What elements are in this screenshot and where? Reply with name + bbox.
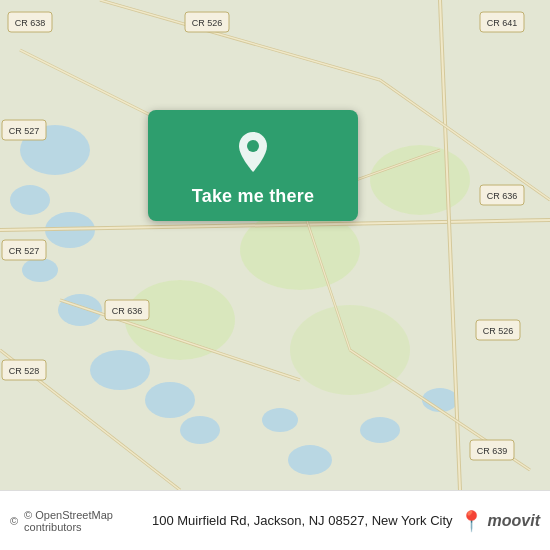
svg-point-5 [22, 258, 58, 282]
svg-text:CR 639: CR 639 [477, 446, 508, 456]
address-street: 100 Muirfield Rd, Jackson, NJ 08527, [152, 513, 368, 528]
copyright-icon: © [10, 515, 18, 527]
svg-point-10 [262, 408, 298, 432]
svg-point-8 [145, 382, 195, 418]
svg-text:CR 636: CR 636 [112, 306, 143, 316]
moovit-logo: 📍 moovit [459, 509, 540, 533]
address-label: 100 Muirfield Rd, Jackson, NJ 08527, New… [152, 513, 453, 528]
svg-text:CR 526: CR 526 [192, 18, 223, 28]
svg-text:CR 641: CR 641 [487, 18, 518, 28]
svg-point-6 [58, 294, 102, 326]
svg-point-9 [180, 416, 220, 444]
footer: © © OpenStreetMap contributors 100 Muirf… [0, 490, 550, 550]
svg-point-7 [90, 350, 150, 390]
svg-point-12 [360, 417, 400, 443]
map-background: CR 638 CR 527 CR 527 CR 526 CR 641 CR 63… [0, 0, 550, 490]
svg-point-11 [288, 445, 332, 475]
address-city: New York City [372, 513, 453, 528]
moovit-pin-icon: 📍 [459, 509, 484, 533]
svg-text:CR 636: CR 636 [487, 191, 518, 201]
svg-point-3 [10, 185, 50, 215]
svg-text:CR 528: CR 528 [9, 366, 40, 376]
svg-text:CR 527: CR 527 [9, 246, 40, 256]
svg-text:CR 526: CR 526 [483, 326, 514, 336]
map-container: CR 638 CR 527 CR 527 CR 526 CR 641 CR 63… [0, 0, 550, 490]
svg-text:CR 527: CR 527 [9, 126, 40, 136]
moovit-brand: moovit [488, 512, 540, 530]
osm-attribution: © OpenStreetMap contributors [24, 509, 146, 533]
svg-text:CR 638: CR 638 [15, 18, 46, 28]
location-pin-icon [229, 128, 277, 176]
take-me-button[interactable]: Take me there [148, 110, 358, 221]
svg-point-15 [370, 145, 470, 215]
svg-point-60 [247, 140, 259, 152]
take-me-label: Take me there [192, 186, 314, 207]
